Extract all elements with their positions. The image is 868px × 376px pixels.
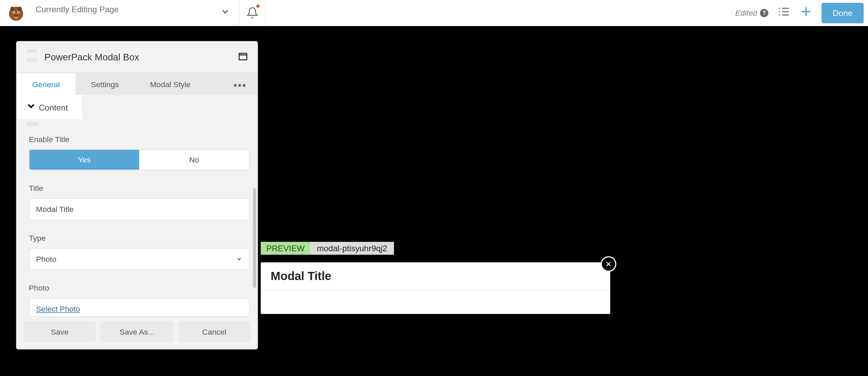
save-as-button[interactable]: Save As... (101, 321, 174, 342)
panel-title: PowerPack Modal Box (44, 52, 239, 63)
section-toggle-content[interactable]: Content (17, 95, 82, 120)
tabs: General Settings Modal Style (17, 73, 257, 95)
notification-dot-icon (256, 4, 260, 8)
close-icon (605, 261, 612, 268)
save-button[interactable]: Save (23, 321, 96, 342)
modal-preview: Modal Title (261, 262, 610, 314)
outline-button[interactable] (777, 5, 790, 21)
title-input[interactable] (29, 198, 250, 220)
bell-icon (246, 7, 258, 19)
section-title: Content (39, 102, 68, 112)
chevron-down-icon (236, 256, 242, 262)
type-select-value: Photo (36, 255, 56, 263)
top-bar: Currently Editing Page Edited ? (0, 0, 868, 26)
responsive-toggle-button[interactable] (238, 53, 247, 62)
svg-point-23 (243, 84, 245, 86)
add-button[interactable] (800, 5, 813, 21)
beaver-logo-icon (7, 3, 26, 22)
modal-close-button[interactable] (601, 256, 616, 272)
svg-point-22 (238, 84, 241, 86)
tab-general[interactable]: General (17, 73, 75, 95)
settings-panel: PowerPack Modal Box General Settings Mod… (16, 41, 258, 350)
select-photo-link[interactable]: Select Photo (36, 304, 80, 313)
scrollbar-thumb[interactable] (253, 188, 256, 288)
drag-handle-icon[interactable] (27, 50, 39, 66)
page-switcher[interactable]: Currently Editing Page (0, 0, 240, 25)
done-button[interactable]: Done (822, 2, 864, 23)
toggle-option-no[interactable]: No (139, 150, 249, 170)
field-label-photo: Photo (29, 283, 249, 292)
modal-body (261, 291, 610, 314)
svg-rect-7 (15, 17, 16, 19)
type-select[interactable]: Photo (29, 248, 250, 270)
svg-rect-8 (16, 17, 17, 19)
chevron-down-icon (220, 5, 232, 20)
edited-status: Edited ? (735, 8, 768, 17)
svg-point-4 (13, 12, 14, 13)
chevron-down-icon (25, 100, 39, 114)
svg-point-5 (18, 12, 19, 13)
svg-point-10 (18, 7, 22, 12)
svg-rect-19 (239, 53, 247, 60)
preview-badge: PREVIEW (261, 242, 310, 255)
toggle-option-yes[interactable]: Yes (29, 150, 139, 170)
tab-modal-style[interactable]: Modal Style (135, 73, 206, 95)
tab-settings[interactable]: Settings (75, 73, 134, 95)
drag-handle-icon (27, 122, 39, 126)
cancel-button[interactable]: Cancel (178, 321, 251, 342)
field-label-enable-title: Enable Title (29, 135, 249, 144)
toggle-enable-title: Yes No (29, 149, 250, 170)
preview-id: modal-ptisyuhr9qj2 (310, 242, 394, 255)
modal-title: Modal Title (271, 270, 600, 283)
svg-point-9 (11, 7, 14, 12)
help-icon[interactable]: ? (760, 8, 769, 17)
field-label-title: Title (29, 184, 249, 193)
field-label-type: Type (29, 234, 249, 242)
page-title: Currently Editing Page (36, 3, 220, 14)
notifications-button[interactable] (240, 0, 266, 25)
preview-tag: PREVIEW modal-ptisyuhr9qj2 (261, 242, 394, 255)
tab-more-button[interactable] (222, 79, 257, 89)
svg-point-21 (234, 84, 237, 86)
